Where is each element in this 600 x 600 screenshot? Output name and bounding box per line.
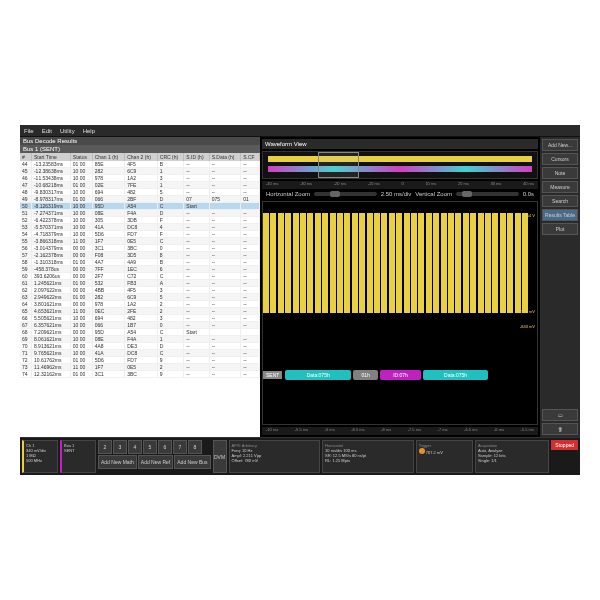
table-row[interactable]: 53-5.570371ms10 0041ADC84------ <box>20 224 260 231</box>
table-row[interactable]: 59-458.378us00 007FF1EC6------ <box>20 266 260 273</box>
table-row[interactable]: 719.765621ms10 0041ADC8C------ <box>20 350 260 357</box>
bus-decode-row: SENT Data:075h01hID:07hData:075h <box>263 366 537 384</box>
table-row[interactable]: 55-3.866318ms11 001F70E5C------ <box>20 238 260 245</box>
decode-table-container: #Start TimeStatusChan 1 (h)Chan 2 (h)CRC… <box>20 153 260 437</box>
table-row[interactable]: 49-8.978317ms01 000662BFD0707501 <box>20 196 260 203</box>
table-row[interactable]: 687.209621ms00 0095DA54CStart <box>20 329 260 336</box>
table-row[interactable]: 60393.6206us00 002F7C72C------ <box>20 273 260 280</box>
table-row[interactable]: 57-2.162378ms00 00F083D58------ <box>20 252 260 259</box>
trash-button[interactable]: 🗑 <box>542 423 578 435</box>
table-row[interactable]: 654.653621ms11 000EC2FE2------ <box>20 308 260 315</box>
decode-segment-crc: 01h <box>353 370 378 380</box>
acquisition-info[interactable]: Acquisition Auto, Analyze Sample: 12 bit… <box>475 440 549 473</box>
add-new-button[interactable]: Add New... <box>542 139 578 151</box>
waveform-overview[interactable] <box>262 151 538 179</box>
vzoom-label: Vertical Zoom <box>415 191 452 197</box>
table-row[interactable]: 708.913621ms00 004A8DE3D------ <box>20 343 260 350</box>
cursors-button[interactable]: Cursors <box>542 153 578 165</box>
menu-help[interactable]: Help <box>83 128 95 134</box>
menu-edit[interactable]: Edit <box>42 128 52 134</box>
bus1-badge[interactable]: Bus 1 SENT <box>60 440 96 473</box>
horizontal-zoom-slider[interactable] <box>314 192 377 196</box>
afg-info[interactable]: AFG: Arbitrary Freq: 10 Hz Ampl: 2.211 V… <box>229 440 321 473</box>
decode-segment-id: ID:07h <box>380 370 420 380</box>
decode-results-panel: Bus Decode Results Bus 1 (SENT) #Start T… <box>20 137 260 437</box>
table-row[interactable]: 58-1.310318ms01 004A74A9B------ <box>20 259 260 266</box>
bottom-status-bar: Ch 1 340 mV/div 1 MΩ 500 MHz Bus 1 SENT … <box>20 437 580 475</box>
side-toolbar: Add New... Cursors Note Measure Search R… <box>540 137 580 437</box>
channel-button-6[interactable]: 6 <box>158 440 172 454</box>
channel1-badge[interactable]: Ch 1 340 mV/div 1 MΩ 500 MHz <box>22 440 58 473</box>
main-area: Bus Decode Results Bus 1 (SENT) #Start T… <box>20 137 580 437</box>
draw-box-button[interactable]: ▭ <box>542 409 578 421</box>
channel-button-7[interactable]: 7 <box>173 440 187 454</box>
column-header[interactable]: Chan 2 (h) <box>125 153 158 161</box>
trigger-info[interactable]: Trigger 707.2 mV <box>416 440 473 473</box>
measure-button[interactable]: Measure <box>542 181 578 193</box>
table-row[interactable]: 632.949622ms01 002826C95------ <box>20 294 260 301</box>
table-row[interactable]: 611.245621ms01 00532FB3A------ <box>20 280 260 287</box>
results-table-button[interactable]: Results Table <box>542 209 578 221</box>
table-row[interactable]: 46-11.53438ms10 009781A23------ <box>20 175 260 182</box>
zoom-timescale: -10 ms-9.5 ms-9 ms-8.5 ms-8 ms-7.5 ms-7 … <box>262 427 538 435</box>
overview-zoom-window[interactable] <box>318 152 359 178</box>
table-row[interactable]: 622.097622ms00 004BB4F53------ <box>20 287 260 294</box>
table-row[interactable]: 52-6.422378ms10 003053DBF------ <box>20 217 260 224</box>
channel-button-2[interactable]: 2 <box>98 440 112 454</box>
plot-button[interactable]: Plot <box>542 223 578 235</box>
channel1-trace <box>263 213 537 313</box>
table-row[interactable]: 676.357621ms10 000661B70------ <box>20 322 260 329</box>
waveform-panel: Waveform View -40 ms-30 ms-20 ms-10 ms01… <box>260 137 580 437</box>
run-state-badge[interactable]: Stopped <box>551 440 578 450</box>
menu-file[interactable]: File <box>24 128 34 134</box>
channel-button-8[interactable]: 8 <box>188 440 202 454</box>
decode-segment-data: Data:075h <box>423 370 489 380</box>
waveform-graticule[interactable]: 2.54 V 560 mV -840 mV SENT Data:075h01hI… <box>262 201 538 425</box>
column-header[interactable]: S.Data (h) <box>209 153 241 161</box>
decode-panel-title: Bus Decode Results <box>20 137 260 145</box>
table-row[interactable]: 47-10.68218ms01 0002E7FE1------ <box>20 182 260 189</box>
channel-buttons: 2345678 <box>98 440 211 454</box>
table-row[interactable]: 643.801621ms00 009781A22------ <box>20 301 260 308</box>
table-row[interactable]: 50-8.126319ms10 0095DA54CStart <box>20 203 260 210</box>
column-header[interactable]: Chan 1 (h) <box>92 153 125 161</box>
table-row[interactable]: 56-3.014379ms00 003C13BC0------ <box>20 245 260 252</box>
decode-bus-subtitle: Bus 1 (SENT) <box>20 145 260 153</box>
channel-button-4[interactable]: 4 <box>128 440 142 454</box>
vertical-zoom-slider[interactable] <box>456 192 519 196</box>
hzoom-label: Horizontal Zoom <box>266 191 310 197</box>
horizontal-info[interactable]: Horizontal 10 ms/div 100 ms SR: 12.5 MS/… <box>322 440 414 473</box>
decode-table[interactable]: #Start TimeStatusChan 1 (h)Chan 2 (h)CRC… <box>20 153 260 378</box>
column-header[interactable]: Status <box>70 153 92 161</box>
oscilloscope-app: File Edit Utility Help Bus Decode Result… <box>20 125 580 475</box>
column-header[interactable]: CRC (h) <box>157 153 184 161</box>
table-row[interactable]: 45-12.38638ms10 002826C91------ <box>20 168 260 175</box>
column-header[interactable]: S.CF <box>241 153 260 161</box>
overview-timescale: -40 ms-30 ms-20 ms-10 ms010 ms20 ms30 ms… <box>262 181 538 189</box>
table-row[interactable]: 48-9.830317ms10 006944825------ <box>20 189 260 196</box>
column-header[interactable]: # <box>20 153 31 161</box>
channel-button-3[interactable]: 3 <box>113 440 127 454</box>
column-header[interactable]: Start Time <box>31 153 70 161</box>
waveform-title: Waveform View <box>262 139 538 149</box>
menu-utility[interactable]: Utility <box>60 128 75 134</box>
table-row[interactable]: 7412.32162ms01 003C13BC9------ <box>20 371 260 378</box>
add-math-button[interactable]: Add New Math <box>98 455 137 469</box>
add-ref-button[interactable]: Add New Ref <box>138 455 173 469</box>
table-row[interactable]: 54-4.718379ms10 005D6FD7F------ <box>20 231 260 238</box>
table-row[interactable]: 51-7.274371ms10 0008EF4AD------ <box>20 210 260 217</box>
add-bus-button[interactable]: Add New Bus <box>174 455 210 469</box>
table-row[interactable]: 698.061621ms10 0008EF4A1------ <box>20 336 260 343</box>
channel-button-5[interactable]: 5 <box>143 440 157 454</box>
table-row[interactable]: 665.505621ms10 006944823------ <box>20 315 260 322</box>
zoom-controls: Horizontal Zoom 2.50 ms/div Vertical Zoo… <box>262 189 538 199</box>
decode-segment-data: Data:075h <box>285 370 351 380</box>
dvm-button[interactable]: DVM <box>213 440 227 473</box>
overview-ch1 <box>268 156 531 162</box>
column-header[interactable]: S.ID (h) <box>184 153 209 161</box>
search-button[interactable]: Search <box>542 195 578 207</box>
table-row[interactable]: 7210.61762ms01 005D6FD79------ <box>20 357 260 364</box>
note-button[interactable]: Note <box>542 167 578 179</box>
bus-decode-label: SENT <box>263 371 282 379</box>
table-row[interactable]: 7311.46962ms11 001F70E52------ <box>20 364 260 371</box>
